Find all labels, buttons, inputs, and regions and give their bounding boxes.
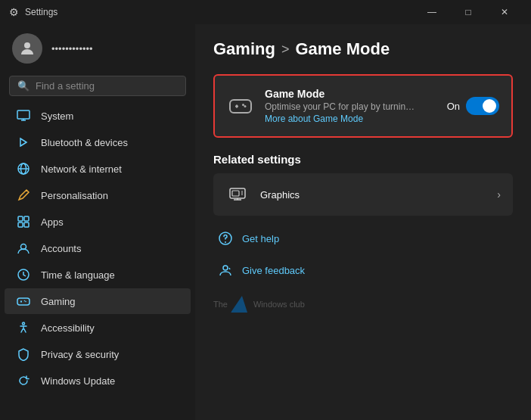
sidebar-item-label-privacy: Privacy & security xyxy=(41,349,119,360)
sidebar-item-bluetooth[interactable]: Bluetooth & devices xyxy=(5,129,191,155)
give-feedback-label: Give feedback xyxy=(242,265,305,276)
game-mode-title: Game Mode xyxy=(265,88,436,100)
network-icon xyxy=(17,162,30,176)
help-links: Get help Give feedback xyxy=(213,225,513,284)
give-feedback-link[interactable]: Give feedback xyxy=(213,257,513,284)
game-mode-toggle[interactable] xyxy=(466,97,499,115)
sidebar-item-accounts[interactable]: Accounts xyxy=(5,235,191,261)
avatar xyxy=(12,33,42,64)
sidebar-item-personalisation[interactable]: Personalisation xyxy=(5,182,191,208)
svg-point-18 xyxy=(23,322,25,325)
search-bar[interactable]: 🔍 xyxy=(9,76,186,96)
game-mode-link[interactable]: More about Game Mode xyxy=(265,114,436,124)
get-help-icon xyxy=(216,229,234,247)
sidebar-item-label-network: Network & internet xyxy=(41,163,122,175)
sidebar-item-label-accounts: Accounts xyxy=(41,243,81,254)
svg-rect-19 xyxy=(230,100,251,113)
app-container: •••••••••••• 🔍 System xyxy=(0,24,531,420)
sidebar-item-system[interactable]: System xyxy=(5,103,191,129)
accessibility-icon xyxy=(17,321,30,334)
sidebar-item-apps[interactable]: Apps xyxy=(5,209,191,235)
sidebar-item-label-bluetooth: Bluetooth & devices xyxy=(41,137,128,148)
svg-rect-8 xyxy=(24,216,29,221)
sidebar-item-label-time: Time & language xyxy=(41,269,115,281)
sidebar-item-label-gaming: Gaming xyxy=(41,296,76,307)
related-settings-title: Related settings xyxy=(213,153,513,166)
accounts-icon xyxy=(17,241,30,255)
sidebar-item-time[interactable]: Time & language xyxy=(5,262,191,288)
svg-point-33 xyxy=(223,266,228,270)
svg-rect-27 xyxy=(232,191,239,196)
sidebar-profile[interactable]: •••••••••••• xyxy=(0,24,195,73)
bluetooth-icon xyxy=(17,135,30,149)
breadcrumb-current: Game Mode xyxy=(295,39,390,59)
breadcrumb-parent[interactable]: Gaming xyxy=(213,39,275,59)
sidebar-item-label-system: System xyxy=(41,110,73,122)
svg-rect-10 xyxy=(24,222,29,227)
sidebar-item-update[interactable]: Windows Update xyxy=(5,368,191,394)
svg-point-16 xyxy=(25,301,26,303)
main-content: Gaming > Game Mode Game Mode Optimise yo… xyxy=(195,24,531,420)
apps-icon xyxy=(17,215,30,229)
titlebar-left: ⚙ Settings xyxy=(9,6,57,18)
privacy-icon xyxy=(17,347,30,361)
game-mode-info: Game Mode Optimise your PC for play by t… xyxy=(265,88,436,124)
sidebar-item-privacy[interactable]: Privacy & security xyxy=(5,341,191,367)
titlebar-title: Settings xyxy=(25,7,57,17)
update-icon xyxy=(17,374,30,387)
gaming-icon xyxy=(17,294,30,308)
system-icon xyxy=(17,109,30,123)
sidebar-item-label-accessibility: Accessibility xyxy=(41,322,95,334)
get-help-label: Get help xyxy=(242,233,279,244)
sidebar-item-gaming[interactable]: Gaming xyxy=(5,288,191,314)
toggle-container: On xyxy=(447,97,499,115)
titlebar-controls: — □ ✕ xyxy=(415,0,522,24)
sidebar: •••••••••••• 🔍 System xyxy=(0,24,195,420)
close-button[interactable]: ✕ xyxy=(487,0,522,24)
search-input[interactable] xyxy=(36,80,178,92)
get-help-link[interactable]: Get help xyxy=(213,225,513,252)
svg-point-23 xyxy=(242,104,244,106)
sidebar-item-label-personalisation: Personalisation xyxy=(41,190,108,201)
svg-point-22 xyxy=(244,105,247,107)
sidebar-item-network[interactable]: Network & internet xyxy=(5,156,191,182)
watermark-text: The xyxy=(213,300,228,309)
game-mode-card-icon xyxy=(227,92,254,120)
watermark: The Windows club xyxy=(213,296,513,313)
graphics-label: Graphics xyxy=(260,189,486,201)
maximize-button[interactable]: □ xyxy=(451,0,486,24)
game-mode-description: Optimise your PC for play by turnin… xyxy=(265,101,436,112)
watermark-text2: Windows club xyxy=(253,300,305,309)
breadcrumb: Gaming > Game Mode xyxy=(213,39,513,59)
breadcrumb-separator: > xyxy=(281,42,290,58)
toggle-label: On xyxy=(447,101,460,112)
give-feedback-icon xyxy=(216,261,234,279)
sidebar-item-label-apps: Apps xyxy=(41,216,64,228)
personalisation-icon xyxy=(17,188,30,202)
game-mode-card[interactable]: Game Mode Optimise your PC for play by t… xyxy=(213,74,513,138)
nav-items: System Bluetooth & devices xyxy=(0,102,195,414)
svg-point-32 xyxy=(225,241,226,243)
settings-app-icon: ⚙ xyxy=(9,6,19,18)
titlebar: ⚙ Settings — □ ✕ xyxy=(0,0,531,24)
svg-point-17 xyxy=(24,300,26,302)
search-icon: 🔍 xyxy=(17,80,30,92)
svg-rect-7 xyxy=(18,216,23,221)
svg-rect-9 xyxy=(18,222,23,227)
svg-rect-1 xyxy=(17,110,30,119)
minimize-button[interactable]: — xyxy=(415,0,449,24)
sidebar-item-label-update: Windows Update xyxy=(41,375,115,387)
watermark-logo-icon xyxy=(231,296,250,313)
svg-rect-13 xyxy=(17,298,30,305)
svg-point-0 xyxy=(24,42,30,48)
profile-name: •••••••••••• xyxy=(51,43,93,54)
graphics-icon xyxy=(225,182,250,207)
graphics-settings-card[interactable]: Graphics › xyxy=(213,173,513,216)
time-icon xyxy=(17,268,30,282)
sidebar-item-accessibility[interactable]: Accessibility xyxy=(5,315,191,341)
graphics-chevron-icon: › xyxy=(497,188,501,201)
